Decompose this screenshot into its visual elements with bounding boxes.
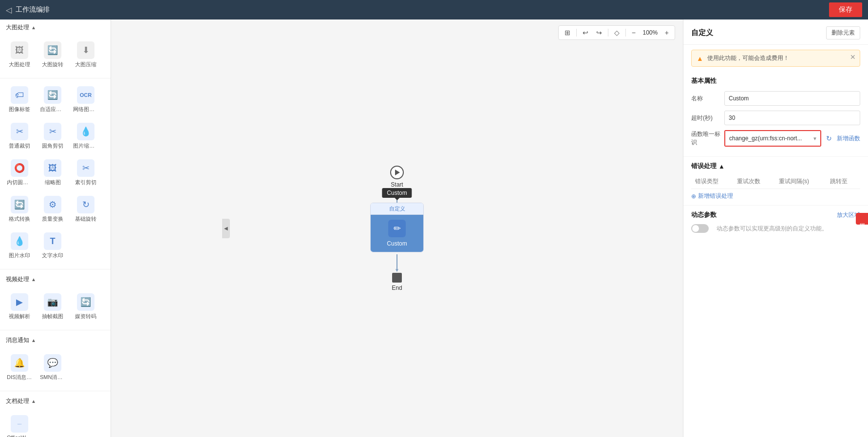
sidebar-item-circle-crop[interactable]: ⭕ 内切圆裁切 [4,155,35,190]
section-video[interactable]: 视频处理 ▲ [0,271,111,287]
back-button[interactable]: ◁ [6,5,12,15]
sidebar-item-office[interactable]: ··· OfficeWe... [4,411,35,437]
network-img-icon: OCR [77,86,94,104]
error-handling-title[interactable]: 错误处理 ▲ [691,162,860,171]
start-label: Start [391,181,403,188]
sidebar-item-picture-watermark[interactable]: 💧 图片水印 [4,228,35,263]
save-button[interactable]: 保存 [829,2,862,17]
sidebar-item-transcode[interactable]: 🔄 媒资转码 [70,289,101,324]
end-node-square [392,273,402,283]
img-tag-icon: 🏷 [11,86,28,104]
circle-crop-label: 内切圆裁切 [7,179,32,186]
warning-close-button[interactable]: ✕ [850,53,856,61]
sidebar-item-quality[interactable]: ⚙ 质量变换 [37,192,68,227]
sidebar-item-dis[interactable]: 🔔 DIS消息通... [4,350,35,385]
sidebar-item-text-watermark[interactable]: T 文字水印 [37,228,68,263]
timeout-row: 超时(秒) [691,111,860,125]
sidebar-item-format-convert[interactable]: 🔄 格式转换 [4,192,35,227]
sidebar-item-index-crop[interactable]: ✂ 素引剪切 [70,155,101,190]
end-label: End [392,285,402,291]
sidebar-item-img-tag[interactable]: 🏷 图像标签 [4,82,35,117]
error-handling-label: 错误处理 [691,162,717,171]
dynamic-toggle-row: 动态参数可以实现更高级别的自定义功能。 [691,224,860,233]
custom-node-wrapper[interactable]: Custom 自定义 ✏ Custom [370,203,424,252]
toolbar-divider-3 [625,29,626,37]
warning-text: 使用此功能，可能会造成费用！ [707,54,855,62]
sidebar-item-round-crop[interactable]: ✂ 圆角剪切 [37,119,68,153]
smn-label: SMN消息... [40,374,65,381]
custom-node-box[interactable]: 自定义 ✏ Custom [370,203,424,252]
sidebar-item-network-img[interactable]: OCR 网络图片... [70,82,101,117]
round-crop-icon: ✂ [44,123,61,140]
text-watermark-icon: T [44,232,61,250]
video-arrow: ▲ [31,277,36,282]
thumbnail-icon: 🖼 [44,159,61,177]
adaptive-rotate-label: 自适应旋转 [40,106,65,113]
start-node-circle [390,166,404,179]
error-collapse-icon: ▲ [718,163,725,170]
video-title: 视频处理 [6,275,29,284]
sidebar-item-thumbnail[interactable]: 🖼 缩略图 [37,155,68,190]
end-node[interactable]: End [392,273,402,291]
sidebar-item-frame-shot[interactable]: 📷 抽帧截图 [37,289,68,324]
transcode-label: 媒资转码 [73,313,98,320]
add-error-button[interactable]: ⊕ 新增错误处理 [691,192,733,200]
sidebar-item-large-process[interactable]: 🖼 大图处理 [4,38,35,72]
start-play-icon [395,170,400,175]
section-doc[interactable]: 文档处理 ▲ [0,393,111,409]
grid-button[interactable]: ⊞ [563,28,572,38]
doc-arrow: ▲ [31,399,36,404]
canvas-toolbar: ⊞ ↩ ↪ ◇ − 100% + [558,25,675,40]
eraser-button[interactable]: ◇ [612,28,622,38]
thumbnail-label: 缩略图 [40,179,65,186]
func-id-row: 函数唯一标识 change_gz(urn:fss:cn-nort... ▼ ↻ … [691,130,860,147]
section-msg[interactable]: 消息通知 ▲ [0,332,111,348]
topbar: ◁ 工作流编排 保存 [0,0,868,19]
video-parse-icon: ▶ [11,293,28,311]
sidebar-item-large-rotate[interactable]: 🔄 大图旋转 [37,38,68,72]
name-input[interactable] [724,91,860,106]
sidebar-item-normal-crop[interactable]: ✂ 普通裁切 [4,119,35,153]
sidebar-item-smn[interactable]: 💬 SMN消息... [37,350,68,385]
sidebar-item-basic-rotate[interactable]: ↻ 基础旋转 [70,192,101,227]
add-error-label: 新增错误处理 [698,192,733,200]
normal-crop-icon: ✂ [11,123,28,140]
section-arrow: ▲ [31,25,36,30]
video-items: ▶ 视频解析 📷 抽帧截图 🔄 媒资转码 [0,287,111,328]
section-title: 大图处理 [6,23,29,32]
doc-title: 文档处理 [6,397,29,405]
msg-title: 消息通知 [6,336,29,344]
timeout-input[interactable] [724,111,860,125]
basic-attrs-title: 基本属性 [691,76,860,85]
basic-rotate-label: 基础旋转 [73,215,98,223]
start-node[interactable]: Start [390,166,404,188]
name-row: 名称 [691,91,860,106]
canvas-area[interactable]: ◀ ⊞ ↩ ↪ ◇ − 100% + Start [111,19,683,437]
dynamic-toggle[interactable] [691,224,709,233]
func-id-select[interactable]: change_gz(urn:fss:cn-nort... [725,131,820,146]
large-compress-icon: ⬇ [77,41,94,59]
refresh-func-button[interactable]: ↻ [825,134,833,142]
zoom-in-button[interactable]: + [663,28,671,38]
large-compress-label: 大图压缩 [73,61,98,68]
new-func-button[interactable]: 新增函数 [837,134,860,143]
delete-element-button[interactable]: 删除元素 [826,26,860,39]
retry-count-header: 重试次数 [733,174,775,189]
collapse-sidebar-button[interactable]: ◀ [222,219,230,238]
format-convert-label: 格式转换 [7,215,32,223]
right-side-tab[interactable]: 属性 [856,213,868,225]
circle-crop-icon: ⭕ [11,159,28,177]
redo-button[interactable]: ↪ [594,28,604,38]
zoom-out-button[interactable]: − [630,28,638,38]
node-tooltip: Custom [382,188,412,198]
func-id-select-wrapper[interactable]: change_gz(urn:fss:cn-nort... ▼ [724,130,821,147]
sidebar-item-adaptive-rotate[interactable]: 🔄 自适应旋转 [37,82,68,117]
sidebar-item-large-compress[interactable]: ⬇ 大图压缩 [70,38,101,72]
section-large-image[interactable]: 大图处理 ▲ [0,19,111,36]
sidebar-item-video-parse[interactable]: ▶ 视频解析 [4,289,35,324]
large-rotate-label: 大图旋转 [40,61,65,68]
office-icon: ··· [11,415,28,433]
undo-button[interactable]: ↩ [581,28,590,38]
error-type-header: 错误类型 [691,174,733,189]
sidebar-item-img-watermark[interactable]: 💧 图片缩水印 [70,119,101,153]
